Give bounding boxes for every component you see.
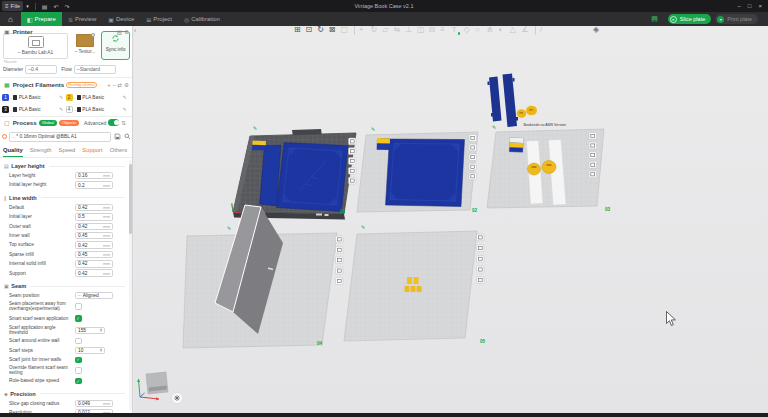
value-input[interactable]: 0.45mm xyxy=(75,232,113,240)
plate-close-icon[interactable] xyxy=(589,133,597,140)
filament-settings-icon[interactable]: ⚙ xyxy=(124,82,129,88)
plate-label-01[interactable]: 01 xyxy=(340,209,346,214)
plate-edit-pencil-icon[interactable]: ✎ xyxy=(371,126,375,132)
model-floating-strip-2[interactable] xyxy=(503,74,518,128)
edit-filament-icon[interactable]: ✎ xyxy=(59,107,63,112)
plate-name-icon[interactable] xyxy=(477,255,485,262)
plate-arrange-icon[interactable] xyxy=(336,267,344,274)
swap-filament-icon[interactable]: ⇄ xyxy=(117,82,122,88)
plate-edit-pencil-icon[interactable]: ✎ xyxy=(492,124,496,130)
plate-05[interactable] xyxy=(344,231,477,341)
model-small-part[interactable] xyxy=(414,277,419,284)
diameter-input[interactable]: – 0.4 xyxy=(25,65,57,74)
flow-input[interactable]: – Standard xyxy=(74,65,116,74)
plate-settings-icon[interactable] xyxy=(336,278,344,285)
remove-filament-icon[interactable]: – xyxy=(112,82,115,88)
edit-filament-icon[interactable]: ✎ xyxy=(59,95,63,100)
edit-filament-icon[interactable]: ✎ xyxy=(123,95,127,100)
flushing-volumes-badge[interactable]: Flushing volumes xyxy=(66,82,97,88)
spin-input[interactable]: 155▲▼ xyxy=(75,327,105,335)
slice-plate-button[interactable]: ▾ Slice plate xyxy=(668,14,711,24)
model-small-part[interactable] xyxy=(417,286,422,292)
plate-close-icon[interactable] xyxy=(349,138,357,145)
process-tab-support[interactable]: Support xyxy=(82,147,102,156)
plate-lock-icon[interactable] xyxy=(336,246,344,253)
filament-slot-1[interactable]: 1–PLA Basic✎ xyxy=(2,92,65,103)
filament-slot-2[interactable]: 2–PLA Basic✎ xyxy=(66,92,129,103)
plate-lock-icon[interactable] xyxy=(349,148,357,155)
print-plate-button[interactable]: ▾ Print plate xyxy=(715,14,758,24)
close-button[interactable]: × xyxy=(758,3,762,9)
sliced-file-icon[interactable]: ▤ xyxy=(651,15,658,23)
printer-settings-icon[interactable]: ⚙ xyxy=(124,29,129,35)
plate-label-05[interactable]: 05 xyxy=(480,339,486,344)
edit-filament-icon[interactable]: ✎ xyxy=(123,107,127,112)
spin-input[interactable]: 10▲▼ xyxy=(75,347,105,355)
checkbox[interactable]: ✓ xyxy=(75,357,82,364)
plate-arrange-icon[interactable] xyxy=(349,167,357,174)
plate-settings-icon[interactable] xyxy=(349,177,357,184)
preset-dropdown[interactable]: –* 0.16mm Optimal @BBL A1 xyxy=(9,132,111,142)
model-small-part[interactable] xyxy=(405,286,410,292)
plate-close-icon[interactable] xyxy=(336,236,344,243)
checkbox[interactable] xyxy=(75,367,82,374)
plate-label-03[interactable]: 03 xyxy=(605,207,611,212)
plate-name-icon[interactable] xyxy=(589,152,597,159)
slice-options-caret[interactable]: ▾ xyxy=(670,16,677,23)
compare-presets-icon[interactable]: ⇅ xyxy=(121,120,126,126)
advanced-toggle[interactable] xyxy=(108,119,119,126)
plate-settings-icon[interactable] xyxy=(589,171,597,178)
value-input[interactable]: 0.2mm xyxy=(75,181,113,189)
bed-type-icon[interactable]: ▤ xyxy=(117,29,122,35)
plate-lock-icon[interactable] xyxy=(477,245,485,252)
process-tab-speed[interactable]: Speed xyxy=(59,147,76,156)
printer-selector[interactable]: – Bambu Lab A1 xyxy=(3,33,68,59)
process-tab-others[interactable]: Others xyxy=(110,147,127,156)
plate-label-04[interactable]: 04 xyxy=(317,341,323,346)
plate-label-02[interactable]: 02 xyxy=(472,208,478,213)
sidebar-scrollbar[interactable] xyxy=(129,160,132,410)
value-input[interactable]: 0.45mm xyxy=(75,251,113,259)
model-bookend-disc-2[interactable] xyxy=(542,161,556,174)
plate-lock-icon[interactable] xyxy=(589,142,597,149)
value-input[interactable]: 0.049mm xyxy=(75,400,113,408)
plate-edit-pencil-icon[interactable]: ✎ xyxy=(361,224,365,230)
process-tab-quality[interactable]: Quality xyxy=(3,147,23,157)
plate-arrange-icon[interactable] xyxy=(469,163,477,170)
global-pill[interactable]: Global xyxy=(39,120,57,126)
print-options-caret[interactable]: ▾ xyxy=(717,16,724,23)
value-input[interactable]: 0.42mm xyxy=(75,269,113,277)
value-input[interactable]: 0.42mm xyxy=(75,241,113,249)
value-input[interactable]: 0.5mm xyxy=(75,213,113,221)
plate-arrange-icon[interactable] xyxy=(477,266,485,273)
plate-edit-pencil-icon[interactable]: ✎ xyxy=(253,125,257,131)
maximize-button[interactable]: □ xyxy=(748,3,752,9)
plate-name-icon[interactable] xyxy=(349,158,357,165)
value-input[interactable]: 0.42mm xyxy=(75,260,113,268)
value-input[interactable]: 0.42mm xyxy=(75,204,113,212)
filament-slot-3[interactable]: 3–PLA Basic✎ xyxy=(2,104,65,115)
minimize-button[interactable]: – xyxy=(738,3,741,9)
checkbox[interactable]: ✓ xyxy=(75,378,82,385)
value-input[interactable]: 0.42mm xyxy=(75,223,113,231)
plate-arrange-icon[interactable] xyxy=(589,161,597,168)
select-dropdown[interactable]: –Aligned xyxy=(75,292,113,300)
checkbox[interactable]: ✓ xyxy=(75,315,82,322)
plate-settings-icon[interactable] xyxy=(477,277,485,284)
model-bookend-disc-1[interactable] xyxy=(528,163,541,175)
filament-slot-4[interactable]: 4–PLA Basic✎ xyxy=(66,104,129,115)
tab-prepare[interactable]: ◧Prepare xyxy=(21,12,62,26)
plate-edit-pencil-icon[interactable]: ✎ xyxy=(227,225,231,231)
checkbox[interactable] xyxy=(75,303,82,310)
save-preset-icon[interactable] xyxy=(114,133,121,140)
plate-close-icon[interactable] xyxy=(477,234,485,241)
model-small-part[interactable] xyxy=(407,277,412,284)
tab-preview[interactable]: ≋Preview xyxy=(62,12,102,26)
plate-settings-icon[interactable] xyxy=(469,173,477,180)
plate-type-selector[interactable]: i – Textur... xyxy=(71,33,99,59)
plate-close-icon[interactable] xyxy=(469,135,477,142)
search-icon[interactable] xyxy=(124,133,131,140)
process-tab-strength[interactable]: Strength xyxy=(30,147,52,156)
plate-name-icon[interactable] xyxy=(336,257,344,264)
model-floating-strip-1[interactable] xyxy=(489,77,502,122)
